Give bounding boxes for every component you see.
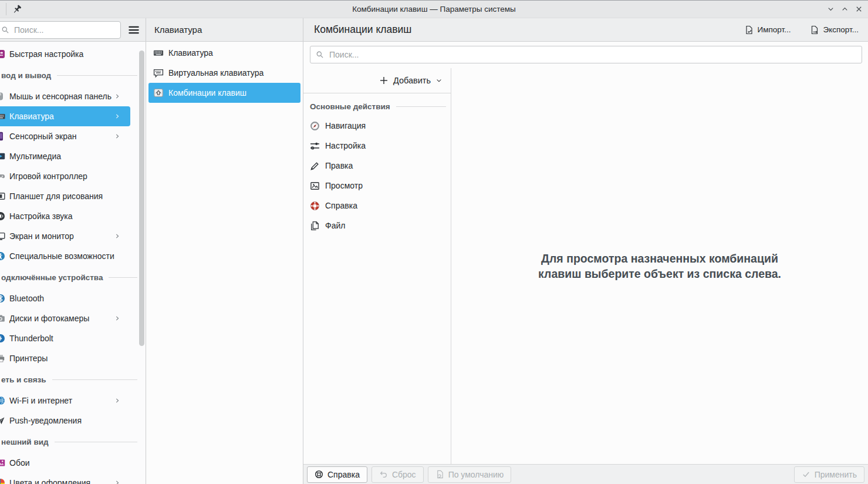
sound-icon [0,211,5,221]
shortcut-search[interactable] [310,46,862,63]
thunderbolt-icon [0,334,5,343]
undo-icon [379,470,388,479]
category-item-pencil[interactable]: Правка [303,156,451,176]
export-button[interactable]: Экспорт... [806,23,862,37]
sidebar-item-quick-settings[interactable]: Быстрая настройка [0,44,130,64]
sidebar-section-header: нешний вид [0,431,146,453]
category-item-label: Просмотр [325,181,363,190]
sidebar-search[interactable] [0,21,121,39]
display-icon [0,231,5,241]
document-revert-icon [435,470,444,479]
section-divider [109,277,137,278]
add-button-label: Добавить [393,76,431,85]
sidebar-section-header: еть и связь [0,368,146,391]
wallpaper-icon [0,458,5,468]
category-item-files[interactable]: Файл [303,216,451,236]
image-view-icon [310,181,320,191]
main-panel: Добавить Основные действия НавигацияНаст… [303,42,868,484]
sidebar-item-label: Быстрая настройка [9,49,83,59]
sidebar-item-wifi[interactable]: Wi-Fi и интернет [0,391,130,411]
chevron-right-icon [113,92,121,100]
sidebar-item-disks-cameras[interactable]: Диски и фотокамеры [0,308,130,328]
close-button[interactable] [855,5,863,14]
sidebar-item-label: Экран и монитор [9,231,74,241]
document-export-icon [810,25,819,35]
category-item-image-view[interactable]: Просмотр [303,176,451,196]
sidebar-item-multimedia[interactable]: Мультимедиа [0,146,130,166]
category-item-label: Настройка [325,141,366,150]
sidebar-header [0,18,146,41]
sidebar-item-label: Принтеры [9,354,48,363]
sidebar-item-push-notifications[interactable]: Push-уведомления [0,411,130,431]
window-controls [826,5,868,14]
category-item-label: Файл [325,221,345,230]
sidebar-item-drawing-tablet[interactable]: Планшет для рисования [0,186,130,206]
touchscreen-icon [0,132,5,141]
subcategory-item-label: Виртуальная клавиатура [168,68,264,78]
category-item-lifebuoy[interactable]: Справка [303,196,451,216]
apply-button[interactable]: Применить [794,466,864,483]
subcategory-item-keyboard2[interactable]: Клавиатура [148,43,300,63]
files-icon [310,221,320,231]
import-button[interactable]: Импорт... [741,23,795,37]
virtual-keyboard-icon [153,68,164,78]
maximize-button[interactable] [840,5,849,14]
compass-icon [310,121,320,131]
search-icon [1,26,9,34]
sidebar-item-mouse[interactable]: Мышь и сенсорная панель [0,86,130,106]
subcategory-item-virtual-keyboard[interactable]: Виртуальная клавиатура [148,63,300,83]
sidebar-item-display[interactable]: Экран и монитор [0,226,130,246]
sidebar-item-bluetooth[interactable]: Bluetooth [0,288,130,308]
sidebar-item-label: Мультимедиа [9,152,61,161]
sidebar-item-colors[interactable]: Цвета и оформления [0,473,130,484]
pin-icon[interactable] [12,4,22,15]
chevron-right-icon [113,132,121,140]
sidebar-search-input[interactable] [13,25,120,35]
sidebar-item-keyboard[interactable]: Клавиатура [0,106,130,126]
sidebar-item-sound[interactable]: Настройка звука [0,206,130,226]
category-item-settings-sliders[interactable]: Настройка [303,136,451,156]
chevron-right-icon [113,479,121,484]
sidebar-item-thunderbolt[interactable]: Thunderbolt [0,328,130,348]
column2-title: Клавиатура [154,25,202,35]
disks-cameras-icon [0,314,5,323]
sidebar-scrollbar[interactable] [139,51,144,346]
lifebuoy-mono-icon [315,470,323,479]
category-section-header: Основные действия [303,97,451,116]
page-title: Комбинации клавиш [314,23,411,36]
keyboard-icon [0,112,5,121]
minimize-button[interactable] [826,5,835,14]
shortcut-search-input[interactable] [328,49,862,60]
defaults-button[interactable]: По умолчанию [428,466,512,483]
section-divider [52,379,137,380]
section-divider [55,442,137,442]
hamburger-menu-button[interactable] [126,22,142,38]
sidebar-item-label: Планшет для рисования [9,191,103,201]
subcategory-item-label: Комбинации клавиш [168,88,246,98]
sidebar-item-accessibility[interactable]: Специальные возможности [0,246,130,266]
sidebar-item-label: Bluetooth [9,294,44,303]
sidebar-item-printers[interactable]: Принтеры [0,348,130,368]
section-divider [57,75,137,76]
sidebar-item-game-controller[interactable]: Игровой контроллер [0,166,130,186]
sidebar-item-touchscreen[interactable]: Сенсорный экран [0,126,130,146]
sidebar-item-label: Thunderbolt [9,334,53,343]
subcategory-item-shortcut-key[interactable]: Комбинации клавиш [148,83,300,103]
add-application-button[interactable]: Добавить [373,72,448,89]
sidebar-item-label: Цвета и оформления [9,478,90,484]
sidebar-item-wallpaper[interactable]: Обои [0,453,130,473]
help-button[interactable]: Справка [307,466,367,483]
hamburger-icon [128,24,140,36]
reset-button[interactable]: Сброс [371,466,424,483]
import-button-label: Импорт... [758,25,791,34]
sidebar-item-label: Push-уведомления [9,416,82,425]
empty-state-line2: клавиш выберите объект из списка слева. [538,266,781,281]
chevron-right-icon [113,232,121,240]
category-item-compass[interactable]: Навигация [303,116,451,136]
sidebar-item-label: Клавиатура [9,112,54,121]
mouse-icon [0,92,5,101]
main-body: Добавить Основные действия НавигацияНаст… [303,68,868,464]
content: Быстрая настройкавод и выводМышь и сенсо… [0,42,868,484]
category-section-label: Основные действия [310,102,390,111]
category-panel: Добавить Основные действия НавигацияНаст… [303,68,451,464]
